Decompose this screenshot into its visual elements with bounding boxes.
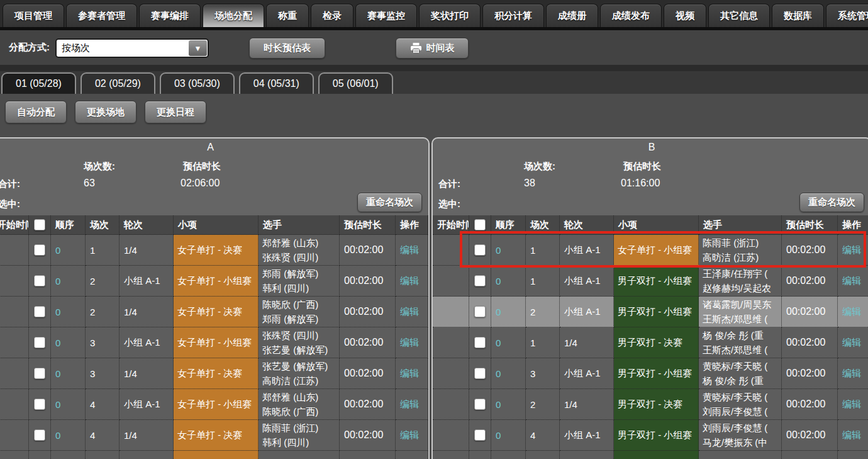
row-checkbox-cell [29,451,51,459]
date-tab-5[interactable]: 05 (06/01) [318,72,393,94]
nav-tab-10[interactable]: 成绩册 [546,4,598,27]
edit-link[interactable]: 编辑 [396,266,428,297]
change-schedule-label: 更换日程 [157,106,194,118]
nav-tab-5[interactable]: 称重 [266,4,309,27]
row-checkbox[interactable] [34,368,45,379]
row-checkbox[interactable] [474,429,486,441]
duration-estimate-button[interactable]: 时长预估表 [249,38,325,59]
start-time-cell [0,358,29,389]
row-checkbox[interactable] [474,244,486,256]
edit-link[interactable]: 编辑 [396,327,428,358]
player-line-2: 张殊贤 (四川) [262,250,318,264]
row-checkbox[interactable] [34,244,45,256]
row-checkbox[interactable] [34,399,45,410]
nav-tab-13[interactable]: 其它信息 [708,4,770,27]
date-tab-1[interactable]: 01 (05/28) [1,72,76,94]
order-cell: 0 [491,266,526,297]
duration-cell: 00:02:00 [782,420,838,451]
nav-tab-7[interactable]: 赛事监控 [355,4,417,27]
nav-tab-11[interactable]: 成绩发布 [600,4,662,27]
players-cell: 张艺曼 (解放军)高昉洁 (江苏) [259,358,340,389]
event-cell: 女子单打 - 决赛 [174,358,259,389]
player-line-1: 郑舒雅 (山东) [262,235,318,250]
edit-link[interactable]: 编辑 [396,420,428,451]
row-checkbox[interactable] [474,368,486,379]
nav-tab-9[interactable]: 积分计算 [482,4,544,27]
table-row: 03小组 A-1男子双打 - 小组赛黄晓标/李天晓 (杨 俊/余 彤 (重00:… [433,358,868,389]
edit-link[interactable]: 编辑 [838,235,868,266]
edit-link[interactable]: 编辑 [396,451,428,459]
edit-link[interactable]: 编辑 [838,297,868,327]
row-checkbox[interactable] [34,337,45,348]
event-cell: 男子双打 - 决赛 [614,451,699,459]
nav-tab-1[interactable]: 项目管理 [3,4,64,27]
match-no-cell: 3 [526,358,560,389]
edit-link[interactable]: 编辑 [838,451,868,459]
row-checkbox[interactable] [34,429,45,441]
row-checkbox[interactable] [34,306,45,317]
players-cell: 张殊贤 (四川)张艺曼 (解放军) [259,327,340,358]
select-all-checkbox[interactable] [34,219,45,230]
auto-assign-label: 自动分配 [17,106,55,118]
row-checkbox[interactable] [474,275,486,286]
row-checkbox[interactable] [474,337,486,348]
edit-link[interactable]: 编辑 [838,266,868,297]
players-cell: 陈雨菲 (浙江) [259,451,340,459]
row-checkbox-cell [469,358,491,389]
column-header-7: 操作 [396,215,428,235]
column-header-start-time: 开始时间 [0,215,29,235]
player-line-1: 黄晓标/李天晓 ( [703,390,767,404]
timetable-button[interactable]: 时间表 [396,38,469,59]
row-checkbox[interactable] [34,275,45,286]
edit-link[interactable]: 编辑 [396,389,428,420]
player-line-2: 杨 俊/余 彤 (重 [703,373,764,388]
order-cell [51,451,86,459]
event-cell: 女子单打 - 小组赛 [174,451,259,459]
player-line-1: 郑舒雅 (山东) [262,390,318,404]
row-checkbox[interactable] [474,306,486,317]
nav-tab-14[interactable]: 数据库 [772,4,824,27]
nav-tab-2[interactable]: 参赛者管理 [66,4,137,27]
nav-tab-15[interactable]: 系统管理 [826,4,868,27]
start-time-cell [0,297,29,327]
player-line-1: 诸葛露凯/周昊东 [703,297,771,312]
edit-link[interactable]: 编辑 [838,327,868,358]
nav-tab-6[interactable]: 检录 [311,4,353,27]
player-line-2: 高昉洁 (江苏) [703,250,759,264]
nav-tab-12[interactable]: 视频 [664,4,706,27]
match-count-label: 场次数: [524,161,555,173]
edit-link[interactable]: 编辑 [396,358,428,389]
player-line-1: 杨 俊/余 彤 (重 [703,328,764,343]
select-all-checkbox[interactable] [474,219,486,230]
nav-tab-4[interactable]: 场地分配 [203,4,264,27]
rename-match-button[interactable]: 重命名场次 [357,193,422,212]
change-schedule-button[interactable]: 更换日程 [145,101,206,123]
chevron-down-icon[interactable]: ▼ [189,40,207,56]
players-cell: 郑舒雅 (山东)张殊贤 (四川) [259,235,340,266]
player-line-1: 张殊贤 (四川) [262,328,318,343]
table-row: 03小组 A-1女子单打 - 小组赛张殊贤 (四川)张艺曼 (解放军)00:02… [0,327,428,358]
column-header-2: 场次 [526,215,560,235]
date-tab-2[interactable]: 02 (05/29) [81,72,155,94]
rename-match-button[interactable]: 重命名场次 [799,193,864,212]
row-checkbox-cell [469,420,491,451]
duration-cell [340,451,396,459]
edit-link[interactable]: 编辑 [838,358,868,389]
row-checkbox-cell [29,358,51,389]
edit-link[interactable]: 编辑 [396,235,428,266]
nav-tab-8[interactable]: 奖状打印 [419,4,481,27]
edit-link[interactable]: 编辑 [838,389,868,420]
date-tab-3[interactable]: 03 (05/30) [160,72,235,94]
edit-link[interactable]: 编辑 [838,420,868,451]
assign-mode-select[interactable]: 按场次 ▼ [55,38,209,58]
row-checkbox-cell [469,327,491,358]
column-header-3: 轮次 [560,215,614,235]
date-tab-4[interactable]: 04 (05/31) [239,72,314,94]
auto-assign-button[interactable]: 自动分配 [5,101,67,123]
edit-link[interactable]: 编辑 [396,297,428,327]
row-checkbox[interactable] [474,399,486,410]
change-court-button[interactable]: 更换场地 [75,101,136,123]
player-line-2: 赵修赫均/吴起农 [703,281,771,295]
event-cell: 女子单打 - 决赛 [174,235,259,266]
nav-tab-3[interactable]: 赛事编排 [139,4,201,27]
